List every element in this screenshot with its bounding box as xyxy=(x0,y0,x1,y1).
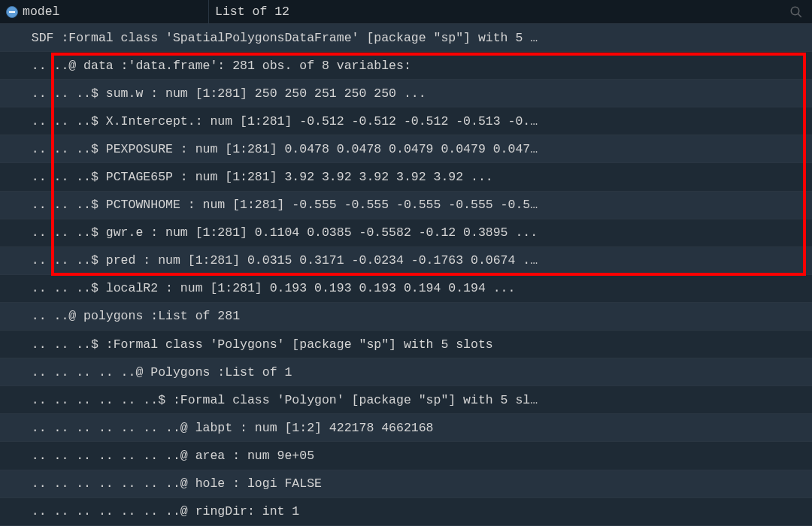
struct-row[interactable]: .. .. ..$ :Formal class 'Polygons' [pack… xyxy=(0,331,812,358)
struct-row[interactable]: .. ..@ data :'data.frame': 281 obs. of 8… xyxy=(0,52,812,80)
struct-row[interactable]: .. .. .. .. .. .. ..@ labpt : num [1:2] … xyxy=(0,414,812,442)
struct-row[interactable]: .. .. .. .. .. .. ..@ hole : logi FALSE xyxy=(0,470,812,498)
struct-row[interactable]: .. .. ..$ PCTOWNHOME : num [1:281] -0.55… xyxy=(0,192,812,219)
struct-row[interactable]: .. .. .. .. .. ..$ :Formal class 'Polygo… xyxy=(0,386,812,414)
struct-row[interactable]: .. .. ..$ PCTAGE65P : num [1:281] 3.92 3… xyxy=(0,163,812,191)
svg-line-1 xyxy=(798,14,801,17)
inspector-header: model List of 12 xyxy=(0,0,812,24)
struct-row[interactable]: .. .. ..$ X.Intercept.: num [1:281] -0.5… xyxy=(0,107,812,135)
struct-row[interactable]: .. .. .. .. .. .. ..@ ringDir: int 1 xyxy=(0,498,812,526)
struct-row[interactable]: .. .. .. .. ..@ Polygons :List of 1 xyxy=(0,358,812,386)
struct-row[interactable]: SDF :Formal class 'SpatialPolygonsDataFr… xyxy=(0,24,812,52)
struct-row[interactable]: .. .. ..$ localR2 : num [1:281] 0.193 0.… xyxy=(0,275,812,303)
struct-row[interactable]: .. .. ..$ sum.w : num [1:281] 250 250 25… xyxy=(0,80,812,107)
variable-summary: List of 12 xyxy=(215,5,289,19)
header-name-cell: model xyxy=(0,0,209,23)
inspector-content: SDF :Formal class 'SpatialPolygonsDataFr… xyxy=(0,24,812,526)
struct-row[interactable]: .. .. .. .. .. .. ..@ area : num 9e+05 xyxy=(0,442,812,470)
svg-point-0 xyxy=(791,7,799,15)
struct-row[interactable]: .. ..@ polygons :List of 281 xyxy=(0,303,812,331)
collapse-icon[interactable] xyxy=(6,6,18,18)
search-icon[interactable] xyxy=(789,5,803,19)
struct-row[interactable]: .. .. ..$ pred : num [1:281] 0.0315 0.31… xyxy=(0,247,812,275)
struct-row[interactable]: .. .. ..$ PEXPOSURE : num [1:281] 0.0478… xyxy=(0,135,812,163)
header-summary-cell: List of 12 xyxy=(209,0,812,23)
struct-row[interactable]: .. .. ..$ gwr.e : num [1:281] 0.1104 0.0… xyxy=(0,219,812,247)
variable-name: model xyxy=(23,5,60,19)
